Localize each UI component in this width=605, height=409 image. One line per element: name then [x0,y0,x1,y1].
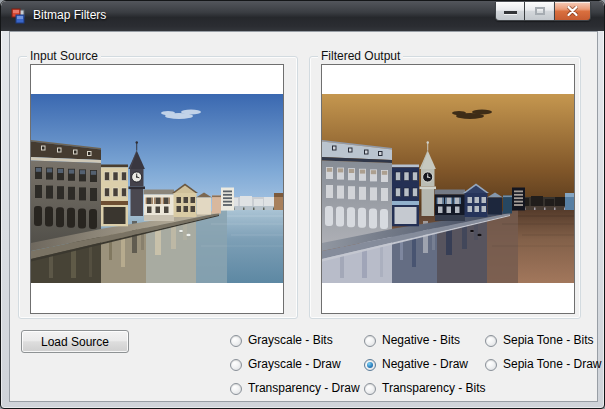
radio-label: Transparency - Draw [248,382,360,395]
client-area: Input Source Filtered Output Load Source… [9,31,598,402]
app-icon [10,8,26,24]
radio-circle-icon [485,335,497,347]
radio-circle-icon [485,359,497,371]
load-source-button[interactable]: Load Source [21,330,129,353]
radio-circle-icon [230,383,242,395]
radio-circle-icon [230,335,242,347]
close-button[interactable] [554,2,591,21]
radio-transparency-bits[interactable]: Transparency - Bits [364,382,486,395]
titlebar[interactable]: Bitmap Filters [1,1,604,31]
radio-sepia-tone-draw[interactable]: Sepia Tone - Draw [485,358,602,371]
radio-circle-icon [364,359,376,371]
radio-negative-bits[interactable]: Negative - Bits [364,334,460,347]
input-source-group-label: Input Source [27,49,101,63]
filtered-output-groupbox: Filtered Output [309,56,581,319]
output-picturebox [321,64,575,314]
radio-label: Sepia Tone - Draw [503,358,602,371]
maximize-icon [535,7,545,15]
radio-label: Negative - Bits [382,334,460,347]
radio-negative-draw[interactable]: Negative - Draw [364,358,468,371]
window-title: Bitmap Filters [33,1,106,31]
radio-transparency-draw[interactable]: Transparency - Draw [230,382,360,395]
radio-label: Transparency - Bits [382,382,486,395]
radio-label: Grayscale - Bits [248,334,333,347]
window-controls [495,2,591,21]
filtered-output-group-label: Filtered Output [318,49,403,63]
input-photo [31,94,283,283]
radio-grayscale-draw[interactable]: Grayscale - Draw [230,358,341,371]
radio-label: Negative - Draw [382,358,468,371]
output-photo-negative [322,94,574,283]
radio-grayscale-bits[interactable]: Grayscale - Bits [230,334,333,347]
app-window: Bitmap Filters Input Source [0,0,605,409]
radio-label: Grayscale - Draw [248,358,341,371]
close-icon [567,6,578,16]
input-source-groupbox: Input Source [18,56,298,319]
radio-sepia-tone-bits[interactable]: Sepia Tone - Bits [485,334,594,347]
radio-circle-icon [364,383,376,395]
radio-circle-icon [364,335,376,347]
input-picturebox [30,64,284,314]
radio-circle-icon [230,359,242,371]
minimize-icon [504,11,517,14]
minimize-button[interactable] [495,2,525,21]
radio-label: Sepia Tone - Bits [503,334,594,347]
maximize-button[interactable] [525,2,554,21]
